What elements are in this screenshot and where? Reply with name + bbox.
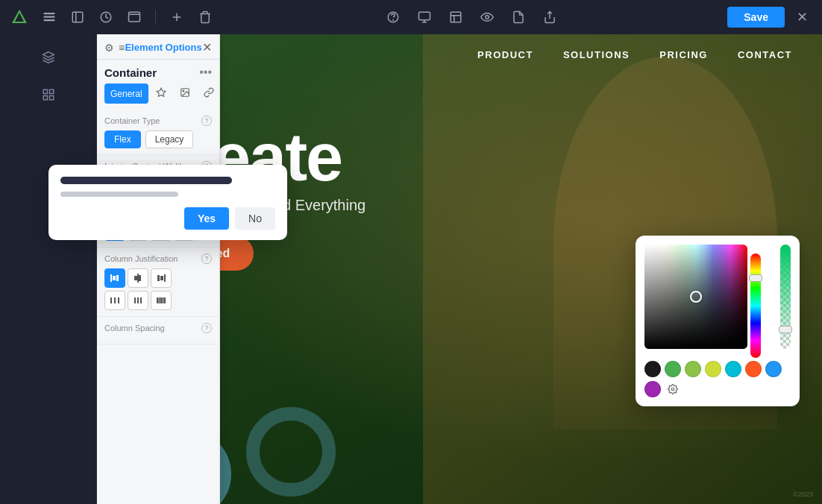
- panel-component-title: Container •••: [97, 60, 219, 84]
- cp-alpha-column: [780, 245, 791, 349]
- color-picker: [636, 236, 800, 406]
- dialog-yes-button[interactable]: Yes: [184, 207, 229, 230]
- container-type-buttons: Flex Legacy: [104, 130, 212, 148]
- sidebar: [0, 34, 97, 504]
- sidebar-item-layers[interactable]: [30, 40, 67, 75]
- svg-rect-42: [110, 274, 112, 282]
- svg-rect-13: [419, 12, 430, 20]
- svg-rect-3: [44, 16, 55, 18]
- swatch-yellow[interactable]: [705, 361, 721, 377]
- nav-item-contact[interactable]: CONTACT: [738, 49, 792, 60]
- type-legacy-button[interactable]: Legacy: [145, 130, 194, 148]
- menu-icon[interactable]: ≡: [119, 42, 125, 54]
- nav-item-solutions[interactable]: SOLUTIONS: [563, 49, 630, 60]
- justify-start[interactable]: [104, 268, 125, 288]
- panel-more-button[interactable]: •••: [199, 66, 212, 79]
- trash-icon[interactable]: [195, 7, 216, 28]
- dialog-no-button[interactable]: No: [235, 207, 275, 230]
- swatch-purple[interactable]: [644, 381, 661, 397]
- swatch-green[interactable]: [665, 361, 681, 377]
- svg-rect-24: [43, 96, 47, 100]
- top-bar-right: Save ✕: [727, 7, 813, 28]
- tab-image[interactable]: [174, 84, 196, 104]
- main-area: PRODUCT SOLUTIONS PRICING CONTACT Create…: [0, 34, 822, 504]
- sidebar-item-modules[interactable]: [30, 78, 67, 112]
- nav-item-pricing[interactable]: PRICING: [659, 49, 708, 60]
- svg-rect-25: [49, 96, 53, 100]
- justify-center[interactable]: [128, 268, 148, 288]
- cp-gradient-wrap: [644, 245, 747, 355]
- justify-space-around[interactable]: [128, 291, 148, 310]
- circle-2: [246, 407, 336, 497]
- svg-rect-53: [118, 297, 119, 303]
- justify-end[interactable]: [151, 268, 172, 288]
- panel-header-icons: ⚙ ≡: [104, 42, 125, 54]
- panel-close-button[interactable]: ✕: [202, 40, 212, 54]
- svg-rect-48: [164, 274, 166, 282]
- swatch-blue[interactable]: [765, 361, 782, 377]
- color-selector-dot[interactable]: [690, 291, 702, 303]
- add-icon[interactable]: [166, 7, 187, 28]
- cp-hue-column: [759, 245, 770, 349]
- justify-space-between[interactable]: [104, 291, 125, 310]
- svg-rect-45: [137, 274, 139, 283]
- tab-general[interactable]: General: [104, 84, 148, 104]
- swatch-lightgreen[interactable]: [685, 361, 701, 377]
- justification-buttons-2: [104, 291, 212, 310]
- svg-rect-47: [139, 275, 141, 281]
- column-spacing-help[interactable]: ?: [201, 323, 212, 333]
- file-icon[interactable]: [508, 7, 529, 28]
- eye-icon[interactable]: [477, 7, 498, 28]
- top-bar: Save ✕: [0, 0, 822, 34]
- svg-rect-52: [114, 297, 116, 303]
- panel-title: Element Options: [125, 42, 202, 53]
- svg-rect-60: [159, 297, 160, 303]
- svg-rect-46: [134, 276, 137, 280]
- svg-rect-57: [157, 297, 158, 303]
- svg-rect-2: [44, 13, 55, 14]
- type-flex-button[interactable]: Flex: [104, 130, 141, 148]
- share-icon[interactable]: [539, 7, 560, 28]
- hue-thumb[interactable]: [749, 274, 762, 282]
- svg-rect-16: [451, 12, 461, 22]
- cp-swatches-row: [644, 361, 791, 397]
- settings-icon[interactable]: ⚙: [104, 42, 114, 54]
- top-bar-icons: [39, 7, 216, 28]
- layers-icon[interactable]: [39, 7, 60, 28]
- book-icon[interactable]: [67, 7, 88, 28]
- svg-point-19: [486, 16, 489, 19]
- alpha-slider[interactable]: [780, 245, 791, 349]
- cp-main-area: [644, 245, 791, 355]
- responsive-icon[interactable]: [124, 7, 145, 28]
- top-bar-center: [383, 7, 560, 28]
- alpha-thumb[interactable]: [779, 326, 792, 333]
- help-icon[interactable]: [383, 7, 404, 28]
- column-justification-help[interactable]: ?: [201, 253, 212, 264]
- color-gradient[interactable]: [644, 245, 747, 349]
- container-type-help[interactable]: ?: [201, 116, 212, 126]
- column-justification-section: Column Justification ?: [97, 248, 219, 317]
- hue-slider[interactable]: [750, 253, 761, 358]
- confirm-dialog: Yes No: [48, 165, 287, 240]
- layout-icon[interactable]: [445, 7, 466, 28]
- swatch-cyan[interactable]: [725, 361, 741, 377]
- save-button[interactable]: Save: [727, 7, 785, 28]
- tab-link[interactable]: [198, 84, 220, 104]
- monitor-icon[interactable]: [414, 7, 435, 28]
- swatch-orange[interactable]: [745, 361, 762, 377]
- tab-style[interactable]: [150, 84, 172, 104]
- svg-rect-23: [49, 89, 53, 93]
- nav-item-product[interactable]: PRODUCT: [477, 49, 533, 60]
- justify-space-evenly[interactable]: [151, 291, 172, 310]
- svg-rect-8: [129, 14, 140, 22]
- svg-rect-56: [140, 297, 142, 303]
- svg-rect-50: [157, 275, 160, 281]
- svg-rect-51: [110, 297, 112, 303]
- clock-icon[interactable]: [95, 7, 116, 28]
- swatch-black[interactable]: [644, 361, 661, 377]
- dialog-text-bar: [60, 177, 232, 184]
- cp-settings-icon[interactable]: [665, 381, 681, 397]
- logo-icon[interactable]: [9, 7, 30, 28]
- column-justification-label: Column Justification ?: [104, 253, 212, 264]
- close-button[interactable]: ✕: [792, 7, 813, 28]
